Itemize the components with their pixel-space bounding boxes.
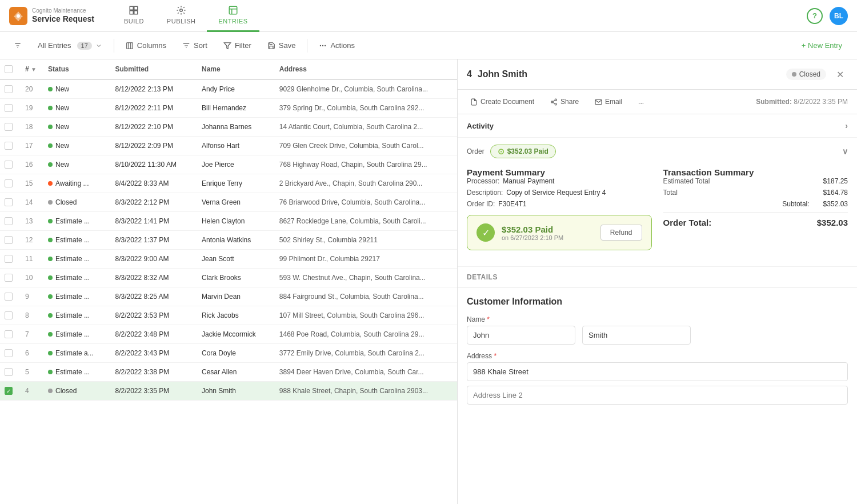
- svg-point-13: [551, 101, 553, 102]
- svg-marker-8: [224, 42, 231, 49]
- table-row[interactable]: 16 New 8/10/2022 11:30 AM Joe Pierce 768…: [0, 155, 457, 174]
- top-nav: Cognito Maintenance Service Request BUIL…: [0, 0, 857, 32]
- adjust-button[interactable]: [7, 38, 29, 53]
- row-name-cell: Johanna Barnes: [197, 118, 275, 137]
- row-address: 884 Fairground St., Columbia, South Caro…: [279, 293, 424, 301]
- row-checkbox[interactable]: [5, 104, 13, 112]
- row-checkbox[interactable]: ✓: [5, 387, 13, 395]
- description-label: Description:: [467, 189, 503, 197]
- row-checkbox[interactable]: [5, 255, 13, 263]
- total-label: Total: [663, 189, 678, 197]
- tab-entries[interactable]: ENTRIES: [207, 0, 259, 32]
- status-text: Awaiting ...: [55, 179, 89, 187]
- row-checkbox[interactable]: [5, 85, 13, 93]
- table-row[interactable]: 17 New 8/12/2022 2:09 PM Alfonso Hart 70…: [0, 137, 457, 155]
- status-text: New: [55, 161, 69, 169]
- row-address-cell: 9029 Glenholme Dr., Columbia, South Caro…: [275, 79, 457, 99]
- row-checkbox[interactable]: [5, 142, 13, 150]
- table-row[interactable]: 14 Closed 8/3/2022 2:12 PM Verna Green 7…: [0, 193, 457, 212]
- row-checkbox[interactable]: [5, 161, 13, 169]
- table-row[interactable]: 19 New 8/12/2022 2:11 PM Bill Hernandez …: [0, 99, 457, 118]
- table-row[interactable]: ✓ 4 Closed 8/2/2022 3:35 PM John Smith 9…: [0, 382, 457, 401]
- row-checkbox[interactable]: [5, 179, 13, 187]
- address-line2-input[interactable]: [467, 386, 848, 405]
- row-num-cell: 7: [21, 325, 43, 344]
- tab-publish[interactable]: PUBLISH: [155, 0, 207, 32]
- filter-button[interactable]: Filter: [217, 38, 258, 53]
- row-submitted-cell: 8/3/2022 9:00 AM: [110, 250, 197, 269]
- row-checkbox[interactable]: [5, 311, 13, 319]
- row-submitted: 8/3/2022 8:32 AM: [115, 274, 169, 282]
- row-checkbox[interactable]: [5, 123, 13, 131]
- name-field-row: [467, 326, 848, 345]
- table-row[interactable]: 12 Estimate ... 8/3/2022 1:37 PM Antonia…: [0, 231, 457, 250]
- row-checkbox[interactable]: [5, 198, 13, 206]
- tab-build[interactable]: BUILD: [113, 0, 155, 32]
- address-line1-input[interactable]: [467, 362, 848, 381]
- help-button[interactable]: ?: [807, 8, 823, 24]
- brand-text: Cognito Maintenance Service Request: [32, 7, 94, 24]
- row-status-cell: New: [43, 137, 110, 155]
- status-dot-icon: [48, 275, 53, 280]
- row-checkbox[interactable]: [5, 217, 13, 225]
- row-status: Estimate ...: [48, 311, 90, 319]
- paid-chip: ⊙ $352.03 Paid: [490, 145, 556, 158]
- row-checkbox[interactable]: [5, 368, 13, 376]
- order-header[interactable]: Order ⊙ $352.03 Paid ∨: [467, 145, 848, 158]
- email-button[interactable]: Email: [591, 95, 626, 108]
- row-checkbox-cell: [0, 306, 21, 325]
- row-address-cell: 3894 Deer Haven Drive, Columbia, South C…: [275, 363, 457, 382]
- table-row[interactable]: 13 Estimate ... 8/3/2022 1:41 PM Helen C…: [0, 212, 457, 231]
- row-name-cell: Helen Clayton: [197, 212, 275, 231]
- row-number: 20: [25, 85, 33, 93]
- table-row[interactable]: 9 Estimate ... 8/3/2022 8:25 AM Marvin D…: [0, 287, 457, 306]
- refund-button[interactable]: Refund: [600, 225, 642, 241]
- tab-publish-label: PUBLISH: [167, 18, 196, 25]
- row-checkbox[interactable]: [5, 236, 13, 244]
- sort-button[interactable]: Sort: [175, 38, 214, 53]
- estimated-total-value: $187.25: [823, 177, 848, 185]
- row-num-cell: 10: [21, 269, 43, 287]
- row-checkbox[interactable]: [5, 274, 13, 282]
- detail-close-button[interactable]: ✕: [832, 66, 848, 82]
- create-document-button[interactable]: Create Document: [467, 95, 538, 108]
- save-button[interactable]: Save: [261, 38, 303, 53]
- activity-header[interactable]: Activity ›: [467, 121, 848, 130]
- last-name-input[interactable]: [582, 326, 691, 345]
- row-status-cell: Estimate ...: [43, 325, 110, 344]
- row-name: John Smith: [202, 387, 236, 395]
- table-row[interactable]: 20 New 8/12/2022 2:13 PM Andy Price 9029…: [0, 79, 457, 99]
- description-value: Copy of Service Request Entry 4: [506, 189, 606, 197]
- actions-button[interactable]: Actions: [312, 38, 362, 53]
- row-checkbox[interactable]: [5, 293, 13, 301]
- status-text: New: [55, 104, 69, 112]
- submitted-label: Submitted:: [756, 98, 792, 106]
- table-row[interactable]: 18 New 8/12/2022 2:10 PM Johanna Barnes …: [0, 118, 457, 137]
- table-row[interactable]: 8 Estimate ... 8/2/2022 3:53 PM Rick Jac…: [0, 306, 457, 325]
- row-name: Joe Pierce: [202, 161, 234, 169]
- row-checkbox[interactable]: [5, 349, 13, 357]
- table-row[interactable]: 7 Estimate ... 8/2/2022 3:48 PM Jackie M…: [0, 325, 457, 344]
- table-row[interactable]: 10 Estimate ... 8/3/2022 8:32 AM Clark B…: [0, 269, 457, 287]
- user-avatar[interactable]: BL: [830, 7, 848, 25]
- table-row[interactable]: 5 Estimate ... 8/2/2022 3:38 PM Cesar Al…: [0, 363, 457, 382]
- svg-point-9: [323, 45, 323, 46]
- first-name-input[interactable]: [467, 326, 575, 345]
- entries-table: # ▼ Status Submitted Name Address 20 New…: [0, 59, 457, 401]
- row-checkbox[interactable]: [5, 330, 13, 338]
- all-entries-button[interactable]: All Entries 17: [31, 38, 109, 53]
- select-all-checkbox[interactable]: [5, 65, 13, 73]
- row-num-cell: 6: [21, 344, 43, 363]
- row-address: 3772 Emily Drive, Columbia, South Caroli…: [279, 349, 425, 357]
- more-actions-button[interactable]: ...: [635, 95, 647, 108]
- table-row[interactable]: 15 Awaiting ... 8/4/2022 8:33 AM Enrique…: [0, 174, 457, 193]
- brand-icon: [9, 7, 27, 25]
- table-row[interactable]: 6 Estimate a... 8/2/2022 3:43 PM Cora Do…: [0, 344, 457, 363]
- table-row[interactable]: 11 Estimate ... 8/3/2022 9:00 AM Jean Sc…: [0, 250, 457, 269]
- columns-button[interactable]: Columns: [119, 38, 173, 53]
- status-text: Estimate ...: [55, 330, 90, 338]
- order-id-label: Order ID:: [467, 200, 495, 208]
- share-button[interactable]: Share: [547, 95, 582, 108]
- new-entry-button[interactable]: + New Entry: [794, 38, 850, 53]
- columns-label: Columns: [137, 41, 166, 50]
